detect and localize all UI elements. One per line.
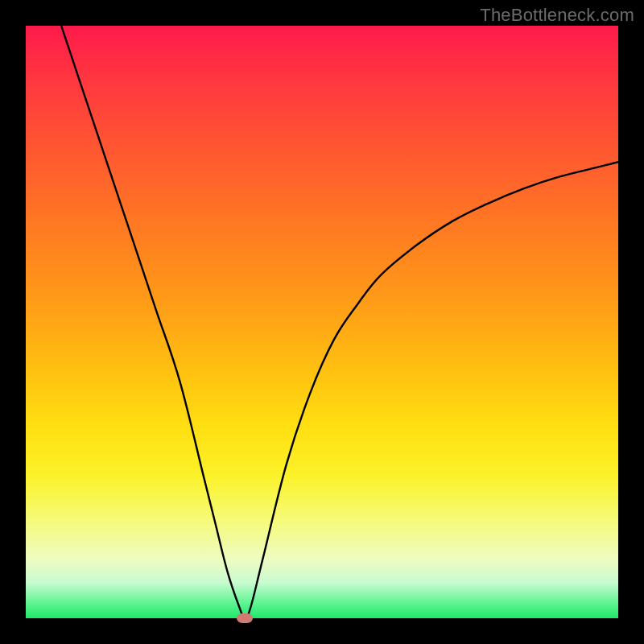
watermark-text: TheBottleneck.com [480,5,634,26]
minimum-marker [237,613,253,623]
chart-frame: TheBottleneck.com [0,0,644,644]
plot-area [26,26,618,618]
